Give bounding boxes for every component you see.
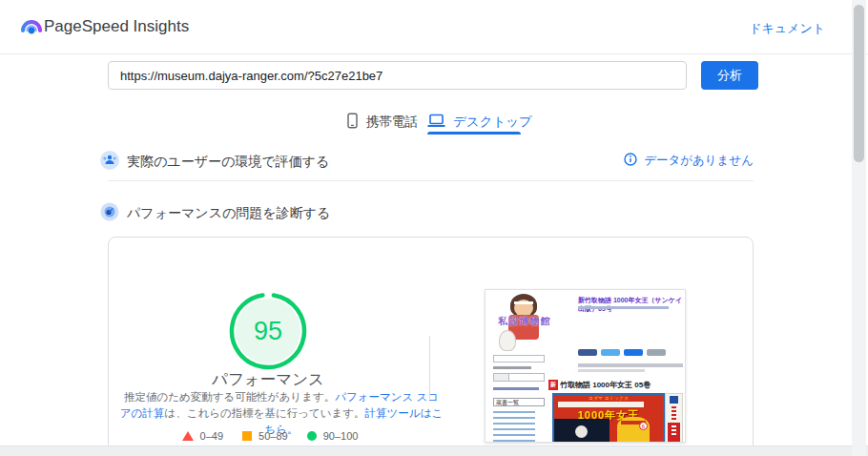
info-icon [624, 153, 637, 169]
tab-desktop-label: デスクトップ [453, 114, 532, 131]
thumb-text-bar [493, 366, 531, 369]
app-header: PageSpeed Insights ドキュメント [0, 0, 868, 54]
thumb-breadcrumb-bar [578, 306, 669, 309]
score-desc-text-2: は、これらの指標を基に行っています。 [164, 407, 364, 419]
thumb-search-row [493, 373, 545, 382]
green-circle-icon [307, 431, 317, 441]
score-desc-text-1: 推定値のため変動する可能性があります。 [124, 391, 335, 403]
documentation-link[interactable]: ドキュメント [749, 20, 825, 37]
performance-label: パフォーマンス [173, 369, 363, 390]
diagnose-gauge-icon [99, 201, 120, 222]
thumb-share-buttons [578, 349, 666, 356]
app-title: PageSpeed Insights [44, 17, 189, 36]
field-data-status-label: データがありません [644, 153, 754, 169]
legend-item-good: 90–100 [307, 430, 359, 442]
orange-square-icon [242, 431, 252, 441]
new-badge: 新 [548, 380, 558, 390]
tab-mobile[interactable]: 携帯電話 [346, 111, 418, 134]
thumb-comic-cover-image: コダマ コミックス 1000年女王 6 [552, 393, 665, 443]
performance-score-gauge: 95 [224, 287, 312, 375]
thumb-site-logo-text: 私設博物館 [493, 315, 556, 328]
analyze-button[interactable]: 分析 [701, 61, 758, 90]
thumb-article-heading-text: 竹取物語 1000年女王 05巻 [560, 380, 651, 390]
legend-item-poor: 0–49 [182, 430, 223, 442]
phone-icon [346, 113, 359, 132]
legend-range-average: 50–89 [258, 430, 288, 442]
viewport-bottom-edge [0, 446, 868, 456]
pagespeed-insights-page: PageSpeed Insights ドキュメント 分析 携帯電話 デスクトップ [0, 0, 868, 456]
thumb-text-bar [578, 369, 645, 372]
thumb-cover-series: コダマ コミックス [554, 395, 663, 401]
selected-tab-underline [427, 132, 521, 135]
thumb-sidebar-box: 蔵書一覧 [493, 398, 545, 406]
thumb-search-box [493, 355, 545, 363]
field-users-icon [99, 150, 120, 171]
thumb-article-heading: 新 竹取物語 1000年女王 05巻 [548, 380, 651, 390]
laptop-icon [427, 114, 445, 131]
site-screenshot-thumbnail: 私設博物館 新竹取物語 1000年女王（サンケイ出版）65号 蔵書一覧 新 竹取… [485, 289, 686, 443]
diagnose-section-title: パフォーマンスの問題を診断する [127, 205, 330, 222]
thumb-comic-spine [665, 393, 683, 443]
section-divider [108, 180, 754, 181]
pagespeed-logo-icon [19, 14, 44, 39]
thumb-text-bar [578, 363, 683, 367]
red-triangle-icon [182, 431, 194, 441]
scrollbar-track[interactable] [852, 0, 866, 456]
field-data-status[interactable]: データがありません [624, 153, 754, 169]
thumb-cover-number: 6 [639, 422, 648, 430]
card-vertical-divider [429, 336, 430, 399]
performance-score-value: 95 [224, 317, 312, 346]
legend-range-good: 90–100 [323, 430, 359, 442]
score-legend: 0–49 50–89 90–100 [165, 430, 375, 442]
legend-item-average: 50–89 [242, 430, 288, 442]
thumb-page-title: 新竹取物語 1000年女王（サンケイ出版）65号 [578, 296, 683, 313]
thumb-sidebar-links [493, 387, 539, 395]
scrollbar-thumb[interactable] [854, 5, 864, 162]
legend-range-poor: 0–49 [200, 430, 223, 442]
thumb-character-image: 私設博物館 [495, 294, 552, 353]
tab-mobile-label: 携帯電話 [366, 114, 418, 131]
tab-desktop[interactable]: デスクトップ [427, 111, 532, 134]
thumb-sidebar-links [493, 411, 535, 443]
field-section-title: 実際のユーザーの環境で評価する [127, 154, 329, 171]
url-input[interactable] [108, 61, 687, 90]
